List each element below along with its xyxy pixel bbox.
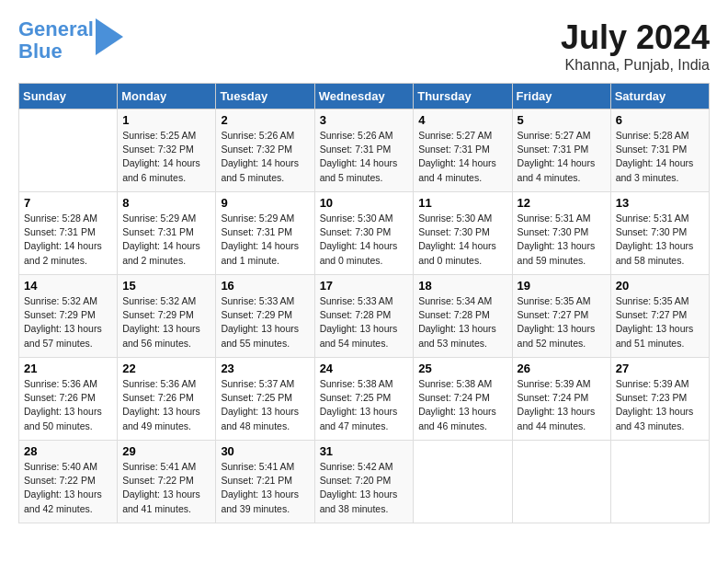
day-number: 24: [320, 362, 409, 375]
svg-marker-0: [96, 18, 123, 55]
day-info: Sunrise: 5:30 AMSunset: 7:30 PMDaylight:…: [320, 213, 398, 266]
header-sunday: Sunday: [19, 84, 118, 109]
day-number: 2: [221, 113, 309, 127]
day-info: Sunrise: 5:39 AMSunset: 7:24 PMDaylight:…: [518, 378, 596, 431]
day-number: 28: [24, 444, 112, 458]
calendar-cell: 22Sunrise: 5:36 AMSunset: 7:26 PMDayligh…: [118, 358, 216, 441]
day-info: Sunrise: 5:38 AMSunset: 7:24 PMDaylight:…: [418, 378, 496, 431]
day-info: Sunrise: 5:41 AMSunset: 7:22 PMDaylight:…: [122, 461, 200, 514]
calendar-cell: 26Sunrise: 5:39 AMSunset: 7:24 PMDayligh…: [512, 358, 610, 441]
day-number: 12: [518, 196, 606, 210]
day-number: 3: [320, 113, 409, 127]
header-tuesday: Tuesday: [216, 84, 314, 109]
day-info: Sunrise: 5:28 AMSunset: 7:31 PMDaylight:…: [616, 130, 694, 183]
calendar-header: Sunday Monday Tuesday Wednesday Thursday…: [19, 84, 710, 109]
day-info: Sunrise: 5:40 AMSunset: 7:22 PMDaylight:…: [24, 461, 102, 514]
calendar-cell: 21Sunrise: 5:36 AMSunset: 7:26 PMDayligh…: [19, 358, 118, 441]
logo-arrow-icon: [96, 18, 123, 55]
day-info: Sunrise: 5:36 AMSunset: 7:26 PMDaylight:…: [24, 378, 102, 431]
day-number: 14: [24, 279, 112, 293]
day-info: Sunrise: 5:27 AMSunset: 7:31 PMDaylight:…: [418, 130, 496, 183]
day-info: Sunrise: 5:36 AMSunset: 7:26 PMDaylight:…: [122, 378, 200, 431]
calendar-table: Sunday Monday Tuesday Wednesday Thursday…: [18, 83, 710, 523]
day-number: 1: [122, 113, 210, 127]
day-number: 4: [418, 113, 506, 127]
calendar-cell: 7Sunrise: 5:28 AMSunset: 7:31 PMDaylight…: [19, 192, 118, 275]
day-info: Sunrise: 5:29 AMSunset: 7:31 PMDaylight:…: [122, 213, 200, 266]
calendar-cell: 4Sunrise: 5:27 AMSunset: 7:31 PMDaylight…: [414, 109, 512, 192]
calendar-cell: 18Sunrise: 5:34 AMSunset: 7:28 PMDayligh…: [414, 275, 512, 358]
calendar-cell: 25Sunrise: 5:38 AMSunset: 7:24 PMDayligh…: [414, 358, 512, 441]
day-number: 9: [221, 196, 309, 210]
day-number: 15: [122, 279, 210, 293]
day-number: 11: [418, 196, 506, 210]
day-number: 30: [221, 444, 309, 458]
calendar-cell: 2Sunrise: 5:26 AMSunset: 7:32 PMDaylight…: [216, 109, 314, 192]
day-number: 7: [24, 196, 112, 210]
day-info: Sunrise: 5:41 AMSunset: 7:21 PMDaylight:…: [221, 461, 299, 514]
day-info: Sunrise: 5:26 AMSunset: 7:31 PMDaylight:…: [320, 130, 398, 183]
calendar-body: 1Sunrise: 5:25 AMSunset: 7:32 PMDaylight…: [19, 109, 710, 523]
day-number: 31: [320, 444, 409, 458]
day-info: Sunrise: 5:28 AMSunset: 7:31 PMDaylight:…: [24, 213, 102, 266]
calendar-cell: 27Sunrise: 5:39 AMSunset: 7:23 PMDayligh…: [610, 358, 709, 441]
page-header: GeneralBlue July 2024 Khanna, Punjab, In…: [18, 18, 710, 74]
calendar-week-4: 21Sunrise: 5:36 AMSunset: 7:26 PMDayligh…: [19, 358, 710, 441]
title-block: July 2024 Khanna, Punjab, India: [561, 18, 710, 74]
calendar-cell: 14Sunrise: 5:32 AMSunset: 7:29 PMDayligh…: [19, 275, 118, 358]
calendar-cell: 30Sunrise: 5:41 AMSunset: 7:21 PMDayligh…: [216, 441, 314, 523]
day-number: 5: [518, 113, 606, 127]
day-number: 27: [616, 362, 704, 375]
calendar-cell: 17Sunrise: 5:33 AMSunset: 7:28 PMDayligh…: [314, 275, 414, 358]
calendar-cell: 20Sunrise: 5:35 AMSunset: 7:27 PMDayligh…: [610, 275, 709, 358]
calendar-cell: 13Sunrise: 5:31 AMSunset: 7:30 PMDayligh…: [610, 192, 709, 275]
header-monday: Monday: [118, 84, 216, 109]
logo: GeneralBlue: [18, 18, 123, 63]
day-number: 18: [418, 279, 506, 293]
calendar-cell: 1Sunrise: 5:25 AMSunset: 7:32 PMDaylight…: [118, 109, 216, 192]
calendar-cell: 12Sunrise: 5:31 AMSunset: 7:30 PMDayligh…: [512, 192, 610, 275]
day-info: Sunrise: 5:35 AMSunset: 7:27 PMDaylight:…: [518, 295, 596, 349]
header-friday: Friday: [512, 84, 610, 109]
calendar-cell: 8Sunrise: 5:29 AMSunset: 7:31 PMDaylight…: [118, 192, 216, 275]
day-number: 16: [221, 279, 309, 293]
day-info: Sunrise: 5:39 AMSunset: 7:23 PMDaylight:…: [616, 378, 694, 431]
logo-text: GeneralBlue: [18, 18, 94, 63]
day-info: Sunrise: 5:32 AMSunset: 7:29 PMDaylight:…: [122, 295, 200, 349]
calendar-cell: 11Sunrise: 5:30 AMSunset: 7:30 PMDayligh…: [414, 192, 512, 275]
day-info: Sunrise: 5:35 AMSunset: 7:27 PMDaylight:…: [616, 295, 694, 349]
day-info: Sunrise: 5:32 AMSunset: 7:29 PMDaylight:…: [24, 295, 102, 349]
month-title: July 2024: [561, 18, 710, 57]
calendar-cell: [512, 441, 610, 523]
day-number: 6: [616, 113, 704, 127]
day-info: Sunrise: 5:37 AMSunset: 7:25 PMDaylight:…: [221, 378, 299, 431]
calendar-week-5: 28Sunrise: 5:40 AMSunset: 7:22 PMDayligh…: [19, 441, 710, 523]
day-number: 10: [320, 196, 409, 210]
day-info: Sunrise: 5:38 AMSunset: 7:25 PMDaylight:…: [320, 378, 398, 431]
day-info: Sunrise: 5:30 AMSunset: 7:30 PMDaylight:…: [418, 213, 496, 266]
day-number: 19: [518, 279, 606, 293]
day-number: 23: [221, 362, 309, 375]
calendar-cell: 29Sunrise: 5:41 AMSunset: 7:22 PMDayligh…: [118, 441, 216, 523]
day-info: Sunrise: 5:31 AMSunset: 7:30 PMDaylight:…: [616, 213, 694, 266]
day-info: Sunrise: 5:27 AMSunset: 7:31 PMDaylight:…: [518, 130, 596, 183]
day-info: Sunrise: 5:34 AMSunset: 7:28 PMDaylight:…: [418, 295, 496, 349]
day-number: 20: [616, 279, 704, 293]
day-number: 13: [616, 196, 704, 210]
header-row: Sunday Monday Tuesday Wednesday Thursday…: [19, 84, 710, 109]
calendar-cell: 10Sunrise: 5:30 AMSunset: 7:30 PMDayligh…: [314, 192, 414, 275]
day-info: Sunrise: 5:29 AMSunset: 7:31 PMDaylight:…: [221, 213, 299, 266]
calendar-cell: 5Sunrise: 5:27 AMSunset: 7:31 PMDaylight…: [512, 109, 610, 192]
header-wednesday: Wednesday: [314, 84, 414, 109]
day-number: 17: [320, 279, 409, 293]
calendar-cell: 24Sunrise: 5:38 AMSunset: 7:25 PMDayligh…: [314, 358, 414, 441]
day-number: 22: [122, 362, 210, 375]
calendar-cell: [19, 109, 118, 192]
location: Khanna, Punjab, India: [561, 57, 710, 74]
day-number: 25: [418, 362, 506, 375]
calendar-cell: [414, 441, 512, 523]
calendar-cell: 19Sunrise: 5:35 AMSunset: 7:27 PMDayligh…: [512, 275, 610, 358]
day-info: Sunrise: 5:31 AMSunset: 7:30 PMDaylight:…: [518, 213, 596, 266]
day-info: Sunrise: 5:42 AMSunset: 7:20 PMDaylight:…: [320, 461, 398, 514]
day-info: Sunrise: 5:33 AMSunset: 7:28 PMDaylight:…: [320, 295, 398, 349]
